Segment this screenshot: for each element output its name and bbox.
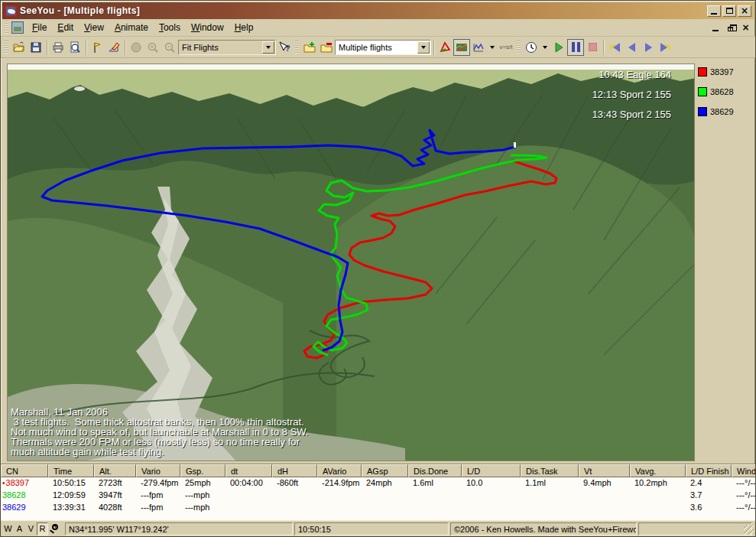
task-edit-button[interactable] bbox=[105, 39, 122, 56]
add-flight-button[interactable] bbox=[301, 39, 318, 56]
title-bar[interactable]: SeeYou - [Multiple flights] × bbox=[2, 2, 754, 19]
menu-label: Tools bbox=[159, 22, 180, 33]
column-header-vario[interactable]: Vario bbox=[136, 464, 180, 477]
toolbar-separator bbox=[47, 40, 47, 55]
menu-tools[interactable]: Tools bbox=[154, 21, 186, 35]
credit-panel: ©2006 - Ken Howells. Made with SeeYou+Fi… bbox=[450, 522, 637, 535]
print-button[interactable] bbox=[50, 39, 67, 56]
column-header-time[interactable]: Time bbox=[48, 464, 94, 477]
arrow-left-icon bbox=[628, 43, 635, 52]
animation-rate-dropdown[interactable] bbox=[540, 39, 550, 56]
toolbar-separator bbox=[125, 40, 125, 55]
table-cell bbox=[226, 490, 272, 502]
toolbar-grip-1[interactable] bbox=[5, 41, 8, 54]
color-swatch[interactable] bbox=[698, 67, 707, 76]
globe-button-disabled[interactable] bbox=[128, 39, 144, 56]
chevron-down-icon bbox=[417, 41, 430, 54]
table-row[interactable]: 3862812:09:593947ft---fpm---mph3.7---°/-… bbox=[1, 490, 755, 502]
toolbar-separator bbox=[86, 40, 86, 55]
column-header-vt[interactable]: Vt bbox=[579, 464, 630, 477]
mdi-document-icon[interactable] bbox=[11, 21, 24, 34]
table-cell: ---fpm bbox=[136, 502, 180, 514]
column-header-dh[interactable]: dH bbox=[272, 464, 317, 477]
menu-view[interactable]: View bbox=[79, 21, 109, 35]
menu-file[interactable]: File bbox=[27, 21, 52, 35]
status-toggle-v[interactable]: V bbox=[25, 522, 37, 535]
graph-view-dropdown[interactable] bbox=[487, 39, 498, 56]
skip-to-end-button[interactable] bbox=[657, 39, 673, 56]
snow-patch bbox=[74, 86, 85, 91]
save-button[interactable] bbox=[28, 39, 44, 56]
toolbar-grip-3[interactable] bbox=[517, 41, 521, 54]
graph-view-button[interactable] bbox=[470, 39, 487, 56]
color-swatch[interactable] bbox=[698, 87, 707, 96]
animation-rate-button[interactable] bbox=[523, 39, 540, 56]
zoom-out-button-disabled[interactable] bbox=[161, 39, 178, 56]
menu-help[interactable]: Help bbox=[229, 21, 259, 35]
table-row[interactable]: •3839710:50:152723ft-279.4fpm25mph00:04:… bbox=[1, 477, 755, 490]
color-swatch[interactable] bbox=[698, 107, 707, 116]
menu-animate[interactable]: Animate bbox=[109, 21, 154, 35]
column-header-gsp[interactable]: Gsp. bbox=[180, 464, 226, 477]
column-header-alt[interactable]: Alt. bbox=[94, 464, 136, 477]
zoom-combo[interactable]: Fit Flights bbox=[178, 40, 276, 55]
zoom-in-button-disabled[interactable] bbox=[144, 39, 161, 56]
column-header-ld[interactable]: L/D bbox=[462, 464, 521, 477]
skip-to-start-button[interactable] bbox=[606, 39, 623, 56]
column-header-ldfinish[interactable]: L/D Finish bbox=[686, 464, 732, 477]
maximize-button[interactable] bbox=[722, 5, 736, 17]
mdi-restore-button[interactable] bbox=[724, 22, 737, 34]
legend-row-38397: 38397 bbox=[698, 67, 755, 76]
menu-edit[interactable]: Edit bbox=[52, 21, 79, 35]
table-row[interactable]: 3862913:39:314028ft---fpm---mph3.6---°/-… bbox=[1, 502, 755, 514]
table-cell bbox=[579, 502, 630, 514]
step-forward-button[interactable] bbox=[640, 39, 657, 56]
close-flight-folder-icon bbox=[320, 41, 333, 54]
column-header-cn[interactable]: CN bbox=[1, 464, 48, 477]
status-toggle-w[interactable]: W bbox=[2, 522, 14, 535]
view-3d-button[interactable] bbox=[453, 39, 470, 56]
pause-button[interactable] bbox=[567, 39, 584, 56]
minimize-button[interactable] bbox=[707, 5, 721, 17]
waypoints-button[interactable] bbox=[89, 39, 105, 56]
table-cell: 25mph bbox=[180, 477, 226, 490]
column-header-wind[interactable]: Wind bbox=[732, 464, 755, 477]
open-button[interactable] bbox=[11, 39, 28, 56]
stop-button[interactable] bbox=[584, 39, 601, 56]
table-cell bbox=[521, 502, 579, 514]
menubar-grip[interactable] bbox=[5, 21, 8, 34]
play-button[interactable] bbox=[550, 39, 567, 56]
app-icon[interactable] bbox=[5, 5, 17, 17]
toolbar-grip-2[interactable] bbox=[295, 41, 299, 54]
statistics-button[interactable]: v=s/t bbox=[498, 39, 514, 56]
mdi-close-button[interactable]: × bbox=[739, 22, 752, 34]
magnifier-icon[interactable] bbox=[50, 522, 63, 535]
status-toggle-r[interactable]: R bbox=[37, 522, 48, 535]
step-back-button[interactable] bbox=[623, 39, 640, 56]
vst-icon: v=s/t bbox=[499, 44, 512, 50]
task-view-button[interactable] bbox=[436, 39, 453, 56]
content-area: 10:43 Eagle 16412:13 Sport 2 15513:43 Sp… bbox=[1, 58, 755, 464]
flight-selector-combo[interactable]: Multiple flights bbox=[335, 40, 431, 55]
mdi-minimize-icon bbox=[712, 30, 719, 31]
column-header-vavg[interactable]: Vavg. bbox=[630, 464, 686, 477]
column-header-agsp[interactable]: AGsp bbox=[362, 464, 408, 477]
column-header-dt[interactable]: dt bbox=[226, 464, 272, 477]
close-flight-button[interactable] bbox=[318, 39, 335, 56]
column-header-avario[interactable]: AVario bbox=[317, 464, 362, 477]
column-header-disdone[interactable]: Dis.Done bbox=[408, 464, 462, 477]
ruler-pencil-icon bbox=[108, 41, 120, 54]
status-toggle-a[interactable]: A bbox=[14, 522, 25, 535]
menu-window[interactable]: Window bbox=[186, 21, 229, 35]
view-3d-icon bbox=[456, 41, 468, 54]
resize-grip[interactable] bbox=[744, 525, 754, 535]
print-preview-button[interactable] bbox=[67, 39, 83, 56]
close-button[interactable]: × bbox=[738, 5, 751, 17]
column-header-distask[interactable]: Dis.Task bbox=[521, 464, 579, 477]
map-3d-view[interactable]: 10:43 Eagle 16412:13 Sport 2 15513:43 Sp… bbox=[7, 63, 695, 461]
mdi-minimize-button[interactable] bbox=[709, 22, 722, 34]
flight-notes-line: much altitude gain while test flying. bbox=[11, 447, 309, 457]
context-help-button[interactable]: ? bbox=[276, 39, 293, 56]
table-cell: 38628 bbox=[1, 490, 48, 502]
table-cell bbox=[362, 502, 408, 514]
